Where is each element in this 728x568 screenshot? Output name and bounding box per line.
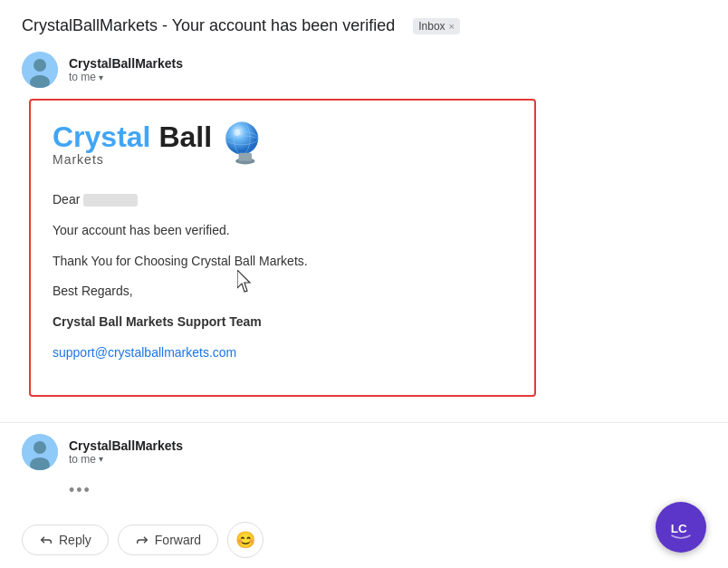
sender-info-2: CrystalBallMarkets to me ▾ [69, 438, 183, 466]
sender-name-2: CrystalBallMarkets [69, 438, 183, 453]
message-block-2: CrystalBallMarkets to me ▾ ••• [0, 427, 728, 507]
sender-to-1[interactable]: to me ▾ [69, 71, 183, 83]
inbox-badge[interactable]: Inbox × [413, 18, 460, 34]
signature-line: Crystal Ball Markets Support Team [53, 312, 512, 333]
reply-label: Reply [59, 533, 91, 547]
message-block-1: CrystalBallMarkets to me ▾ Crystal Ball … [0, 44, 728, 419]
svg-text:LC: LC [671, 522, 687, 535]
avatar-2 [22, 434, 58, 470]
sender-info-1: CrystalBallMarkets to me ▾ [69, 56, 183, 83]
verified-line: Your account has been verified. [53, 220, 512, 242]
svg-point-1 [34, 59, 46, 72]
floating-action-button[interactable]: LC [656, 502, 706, 553]
svg-point-3 [225, 122, 258, 155]
action-bar: Reply Forward 😊 [0, 507, 728, 568]
logo-text: Crystal Ball [53, 120, 212, 153]
reply-button[interactable]: Reply [22, 525, 109, 555]
forward-label: Forward [155, 533, 201, 547]
email-body: Dear Your account has been verified. Tha… [53, 189, 512, 364]
logo-crystal: Crystal [53, 120, 151, 153]
email-subject: CrystalBallMarkets - Your account has be… [22, 16, 395, 35]
blurred-name [83, 194, 138, 207]
crystal-ball-icon [219, 119, 268, 168]
svg-point-10 [34, 441, 46, 454]
svg-rect-7 [239, 153, 252, 161]
inbox-close-icon[interactable]: × [449, 21, 455, 32]
email-content-box: Crystal Ball Markets [29, 99, 536, 397]
forward-button[interactable]: Forward [118, 525, 218, 555]
chevron-down-icon-1[interactable]: ▾ [99, 72, 103, 82]
crystal-ball-logo: Crystal Ball Markets [53, 119, 512, 168]
emoji-icon: 😊 [235, 530, 255, 550]
divider-1 [0, 422, 728, 423]
to-label-1: to me [69, 71, 96, 83]
thank-you-line: Thank You for Choosing Crystal Ball Mark… [53, 251, 512, 273]
inbox-label: Inbox [418, 20, 445, 33]
email-header: CrystalBallMarkets - Your account has be… [0, 0, 728, 44]
sender-row-2: CrystalBallMarkets to me ▾ [22, 434, 706, 470]
logo-markets: Markets [53, 152, 104, 167]
sender-name-1: CrystalBallMarkets [69, 56, 183, 71]
forward-icon [135, 533, 149, 547]
dear-line: Dear [53, 189, 512, 211]
logo-text-wrap: Crystal Ball Markets [53, 122, 212, 168]
regards-line: Best Regards, [53, 281, 512, 303]
message-dots: ••• [69, 481, 706, 500]
to-label-2: to me [69, 453, 96, 466]
emoji-button[interactable]: 😊 [227, 522, 263, 558]
logo-ball: Ball [151, 120, 213, 153]
svg-point-8 [234, 130, 240, 136]
signature-text: Crystal Ball Markets Support Team [53, 314, 262, 329]
support-email-link[interactable]: support@crystalballmarkets.com [53, 345, 236, 360]
email-container: CrystalBallMarkets - Your account has be… [0, 0, 728, 568]
reply-icon [39, 533, 53, 547]
sender-to-2[interactable]: to me ▾ [69, 453, 183, 466]
chevron-down-icon-2[interactable]: ▾ [99, 454, 103, 464]
avatar-1 [22, 52, 58, 88]
floating-btn-icon: LC [667, 514, 694, 541]
email-link-line: support@crystalballmarkets.com [53, 342, 512, 364]
sender-row-1: CrystalBallMarkets to me ▾ [22, 52, 706, 88]
